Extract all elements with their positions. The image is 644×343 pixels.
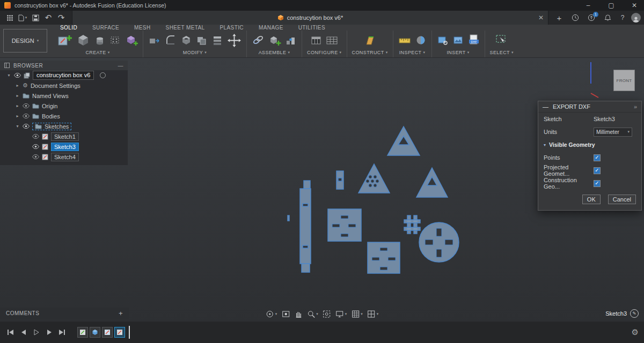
finish-sketch-icon[interactable]: ✎ (630, 309, 639, 318)
sketch-shape-hash[interactable] (404, 215, 420, 234)
projected-geometry-checkbox[interactable]: ✓ (594, 167, 601, 174)
sketch-field-value[interactable]: Sketch3 (594, 116, 615, 122)
save-button[interactable] (29, 11, 42, 24)
group-label-modify[interactable]: MODIFY▾ (183, 49, 207, 57)
eye-icon[interactable] (23, 103, 30, 108)
close-window-button[interactable]: ✕ (625, 0, 644, 11)
browser-row-document-settings[interactable]: ▸ ⚙ Document Settings (0, 80, 128, 91)
pan-button[interactable] (294, 310, 302, 318)
job-status-button[interactable]: 1 (585, 11, 598, 24)
insert-canvas-button[interactable] (452, 34, 464, 46)
configuration-button[interactable] (310, 34, 322, 46)
joint-button[interactable] (252, 34, 265, 47)
sketch-shape-bar-top-tab[interactable] (304, 181, 310, 189)
help-button[interactable]: ? (617, 14, 628, 21)
cancel-button[interactable]: Cancel (608, 195, 636, 204)
maximize-button[interactable]: ▢ (602, 0, 621, 11)
zoom-button[interactable]: ▾ (306, 310, 318, 318)
timeline-item-sketch[interactable] (77, 327, 88, 338)
tab-solid[interactable]: SOLID (60, 25, 77, 31)
tab-mesh[interactable]: MESH (134, 25, 151, 31)
timeline-item-sketch[interactable] (102, 327, 113, 338)
align-button[interactable] (211, 34, 223, 46)
tab-utilities[interactable]: UTILITIES (298, 25, 325, 31)
timeline-play-button[interactable] (31, 327, 41, 338)
units-dropdown[interactable]: Millimeter ▾ (594, 128, 632, 137)
new-component-button[interactable] (268, 34, 281, 47)
group-label-create[interactable]: CREATE▾ (85, 49, 109, 57)
browser-collapse-icon[interactable]: — (118, 63, 124, 69)
group-label-select[interactable]: SELECT▾ (490, 49, 514, 57)
active-sketch-status[interactable]: Sketch3 ✎ (605, 309, 639, 318)
grid-settings-button[interactable]: ▾ (351, 310, 363, 318)
add-comment-button[interactable]: + (119, 309, 123, 317)
minimize-button[interactable]: – (579, 0, 598, 11)
eye-icon[interactable] (14, 73, 21, 78)
timeline-item-sketch-selected[interactable] (114, 327, 125, 338)
viewcube-front-face[interactable]: FRONT (616, 78, 632, 83)
file-menu-button[interactable]: ▾ (16, 11, 29, 24)
insert-dxf-button[interactable]: DXF (468, 34, 480, 47)
section-caret-icon[interactable]: ▾ (544, 143, 546, 147)
sketch-shape-tick[interactable] (288, 215, 289, 221)
activate-component-radio[interactable] (100, 72, 106, 78)
timeline-settings-button[interactable]: ⚙ (632, 327, 639, 337)
viewports-button[interactable]: ▾ (367, 310, 379, 318)
user-avatar[interactable] (631, 13, 641, 23)
sketch-shape-bar-bottom-tab[interactable] (302, 264, 310, 272)
timeline-go-to-start-button[interactable] (5, 327, 16, 338)
dialog-collapse-icon[interactable]: — (543, 103, 548, 110)
sketch3-label[interactable]: Sketch3 (51, 143, 79, 151)
timeline-item-body[interactable] (90, 327, 100, 338)
visible-geometry-section[interactable]: ▾ Visible Geometry (538, 138, 641, 151)
eye-icon[interactable] (32, 134, 39, 139)
select-button[interactable] (495, 33, 509, 47)
data-panel-toggle-button[interactable] (3, 11, 16, 24)
create-form-button[interactable] (125, 34, 138, 47)
timeline-go-to-end-button[interactable] (57, 327, 67, 338)
extensions-button[interactable] (569, 11, 582, 24)
construction-geometry-checkbox[interactable]: ✓ (594, 180, 601, 187)
export-dxf-dialog-header[interactable]: — EXPORT DXF » (538, 101, 641, 113)
eye-icon[interactable] (23, 114, 30, 118)
joint-origin-button[interactable] (285, 34, 297, 46)
eye-icon[interactable] (32, 154, 39, 159)
browser-row-sketch4[interactable]: Sketch4 (0, 152, 128, 162)
orbit-button[interactable]: ▾ (266, 310, 277, 318)
document-tab[interactable]: construcytion box v6* ✕ (72, 11, 548, 25)
browser-row-sketches[interactable]: ▾ Sketches (0, 121, 128, 131)
construction-plane-button[interactable] (363, 33, 377, 47)
ok-button[interactable]: OK (582, 195, 601, 204)
undo-button[interactable]: ↶ (42, 11, 55, 24)
close-tab-icon[interactable]: ✕ (538, 14, 544, 21)
shell-button[interactable] (180, 34, 192, 46)
notifications-button[interactable] (601, 11, 614, 24)
group-label-configure[interactable]: CONFIGURE▾ (307, 49, 342, 57)
primitive-box-button[interactable] (76, 33, 90, 47)
viewcube[interactable]: FRONT (613, 70, 635, 91)
sketch1-label[interactable]: Sketch1 (51, 132, 79, 141)
comments-bar[interactable]: COMMENTS + (0, 308, 129, 319)
tab-plastic[interactable]: PLASTIC (220, 25, 244, 31)
look-at-button[interactable] (281, 310, 290, 318)
eye-icon[interactable] (23, 124, 30, 129)
viewport-canvas[interactable]: FRONT BROWSER — ▾ construcytion box v6 ▸… (0, 58, 644, 322)
sketch4-label[interactable]: Sketch4 (51, 153, 79, 161)
browser-header[interactable]: BROWSER — (0, 61, 128, 70)
browser-row-named-views[interactable]: ▸ Named Views (0, 91, 128, 101)
browser-row-sketch3[interactable]: Sketch3 (0, 141, 128, 152)
combine-button[interactable] (196, 34, 208, 46)
group-label-assemble[interactable]: ASSEMBLE▾ (259, 49, 290, 57)
new-document-button[interactable]: + (553, 11, 566, 24)
tab-sheet-metal[interactable]: SHEET METAL (166, 25, 205, 31)
dialog-expand-icon[interactable]: » (634, 103, 637, 110)
display-settings-button[interactable]: ▾ (335, 310, 347, 318)
tab-surface[interactable]: SURFACE (92, 25, 119, 31)
press-pull-button[interactable] (148, 34, 161, 47)
timeline-step-back-button[interactable] (18, 327, 28, 338)
browser-row-sketch1[interactable]: Sketch1 (0, 131, 128, 141)
create-sketch-button[interactable] (57, 33, 72, 48)
section-analysis-button[interactable] (415, 34, 427, 46)
fillet-button[interactable] (165, 34, 177, 46)
redo-button[interactable]: ↷ (55, 11, 68, 24)
